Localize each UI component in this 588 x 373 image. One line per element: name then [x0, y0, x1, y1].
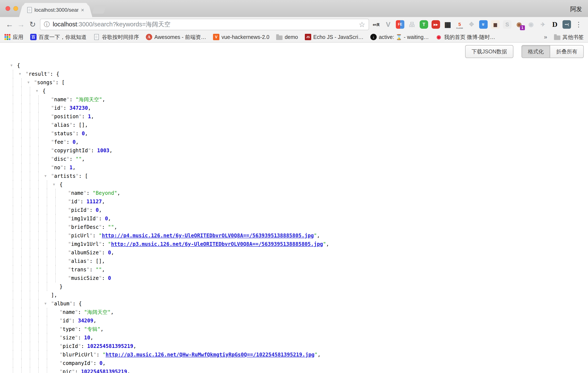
bookmark-apps[interactable]: 应用 — [4, 34, 23, 41]
shield-icon[interactable]: T — [420, 20, 428, 29]
bookmark-demo-icon — [276, 34, 283, 40]
ninja-icon[interactable]: ▆ — [491, 20, 500, 29]
json-key: alias — [54, 122, 69, 128]
bookmark-demo[interactable]: demo — [276, 34, 298, 40]
back-button[interactable]: ← — [4, 20, 15, 29]
indent-guide — [44, 189, 52, 197]
bookmark-vue-hackernews[interactable]: Vvue-hackernews-2.0 — [213, 34, 269, 40]
bookmark-label: Awesomes - 前端资… — [154, 34, 206, 41]
indent-guide — [44, 316, 52, 325]
indent-guide — [10, 112, 18, 121]
indent-guide — [18, 214, 27, 223]
bookmark-awesomes[interactable]: AAwesomes - 前端资… — [146, 34, 206, 41]
close-window-button[interactable] — [6, 6, 10, 11]
password-icon[interactable]: •••| — [563, 20, 571, 29]
indent-guide — [44, 308, 52, 316]
bookmark-weibo[interactable]: ◉我的首页 微博-随时… — [436, 34, 495, 41]
new-tab-button[interactable] — [92, 5, 106, 14]
stylish-icon[interactable]: S — [503, 20, 512, 29]
weibo-ext-icon[interactable]: ◉ — [527, 20, 535, 29]
browser-toolbar: ← → ↻ ⓘ localhost:3000/search?keywords=海… — [0, 17, 588, 32]
json-url-link[interactable]: http://p3.music.126.net/QHw-RuMwfQkmgtiy… — [106, 352, 315, 358]
collapse-toggle-icon[interactable]: ▼ — [52, 183, 60, 187]
indent-guide — [18, 146, 27, 155]
video-speed-icon[interactable]: ▶▶ — [431, 20, 440, 29]
json-punctuation: , — [102, 267, 105, 273]
bookmark-star-icon[interactable]: ☆ — [359, 20, 365, 29]
bookmark-google-time[interactable]: 谷歌按时间排序 — [93, 34, 139, 41]
indent-guide — [18, 248, 27, 257]
indent-guide — [27, 274, 35, 282]
sitemap-icon[interactable]: 品 — [408, 20, 416, 29]
bookmark-baidu-icon: 百 — [30, 34, 37, 40]
page-info-icon[interactable]: ⓘ — [44, 21, 50, 29]
indent-guide — [18, 274, 27, 282]
address-bar[interactable]: ⓘ localhost:3000/search?keywords=海阔天空 ☆ — [40, 19, 369, 30]
tampermonkey-icon[interactable]: ◉1 — [515, 20, 523, 29]
d-ext-icon[interactable]: D — [551, 20, 559, 29]
other-bookmarks[interactable]: 其他书签 — [554, 34, 584, 41]
profile-name[interactable]: 阿发 — [570, 5, 582, 13]
bookmark-baidu[interactable]: 百百度一下，你就知道 — [30, 34, 86, 41]
bookmarks-overflow-icon[interactable]: » — [544, 34, 547, 40]
minimize-window-button[interactable] — [13, 6, 18, 11]
paw-icon[interactable]: ✥ — [467, 20, 476, 29]
collapse-toggle-icon[interactable]: ▼ — [44, 174, 51, 178]
indent-guide — [35, 121, 44, 129]
forward-button[interactable]: → — [15, 20, 27, 29]
indent-guide — [35, 240, 44, 248]
collapse-toggle-icon[interactable]: ▼ — [35, 89, 42, 93]
collapse-toggle-icon[interactable]: ▼ — [27, 81, 34, 85]
browser-menu-icon[interactable]: ⋮ — [574, 21, 583, 29]
fehelper-icon[interactable]: FE — [396, 20, 404, 29]
html5-player-icon[interactable]: 5PLAYER — [455, 20, 464, 29]
json-punctuation: ], — [51, 292, 57, 298]
indent-guide — [27, 155, 35, 163]
browser-tab[interactable]: localhost:3000/search?keywor × — [24, 3, 88, 17]
indent-guide — [35, 282, 44, 291]
indent-guide — [10, 248, 18, 257]
extensions-row: en英VFE品T▶▶▦5PLAYER✥»▆S◉1◉✈D•••| — [372, 20, 571, 29]
vimium-icon[interactable]: » — [479, 20, 488, 29]
json-key: artists — [54, 173, 75, 179]
bookmark-label: 应用 — [13, 34, 23, 41]
json-url-link[interactable]: http://p3.music.126.net/6y-UleORITEDbvrO… — [111, 241, 323, 247]
collapse-toggle-icon[interactable]: ▼ — [44, 302, 51, 306]
json-punctuation: , — [108, 216, 111, 222]
indent-guide — [44, 197, 52, 206]
bookmark-active[interactable]: ↓active: ⌛ - waiting… — [370, 34, 429, 40]
indent-guide — [52, 223, 61, 231]
json-url-link[interactable]: http://p4.music.126.net/6y-UleORITEDbvrO… — [102, 233, 314, 239]
json-punctuation: : — [96, 352, 103, 358]
indent-guide — [44, 180, 52, 189]
indent-guide — [10, 367, 18, 373]
json-number-value: 34209 — [78, 318, 93, 324]
indent-guide — [10, 325, 18, 333]
qrcode-icon[interactable]: ▦ — [443, 20, 452, 29]
indent-guide — [18, 367, 27, 373]
json-line: "companyId": 0, — [10, 359, 588, 367]
format-button[interactable]: 格式化 — [522, 45, 550, 58]
json-number-value: 0 — [105, 216, 108, 222]
indent-guide — [10, 359, 18, 367]
indent-guide — [35, 231, 44, 240]
json-punctuation: : — [70, 96, 76, 103]
collapse-toggle-icon[interactable]: ▼ — [18, 72, 25, 76]
indent-guide — [18, 197, 27, 206]
translate-icon[interactable]: en英 — [372, 20, 380, 29]
tab-close-icon[interactable]: × — [81, 7, 84, 13]
collapse-all-button[interactable]: 折叠所有 — [550, 45, 584, 58]
collapse-toggle-icon[interactable]: ▼ — [10, 64, 17, 67]
json-punctuation: , — [317, 233, 320, 239]
json-key: picUrl — [71, 233, 90, 239]
vue-devtools-icon[interactable]: V — [384, 20, 392, 29]
json-punctuation: , — [326, 241, 329, 247]
reload-button[interactable]: ↻ — [27, 20, 38, 29]
indent-guide — [27, 206, 35, 214]
bird-icon[interactable]: ✈ — [539, 20, 547, 29]
bookmark-echojs[interactable]: JSEcho JS - JavaScri… — [305, 34, 364, 40]
json-punctuation: , — [99, 207, 102, 213]
json-punctuation: : — [91, 148, 97, 154]
download-json-button[interactable]: 下载JSON数据 — [465, 45, 513, 58]
indent-guide — [27, 197, 35, 206]
